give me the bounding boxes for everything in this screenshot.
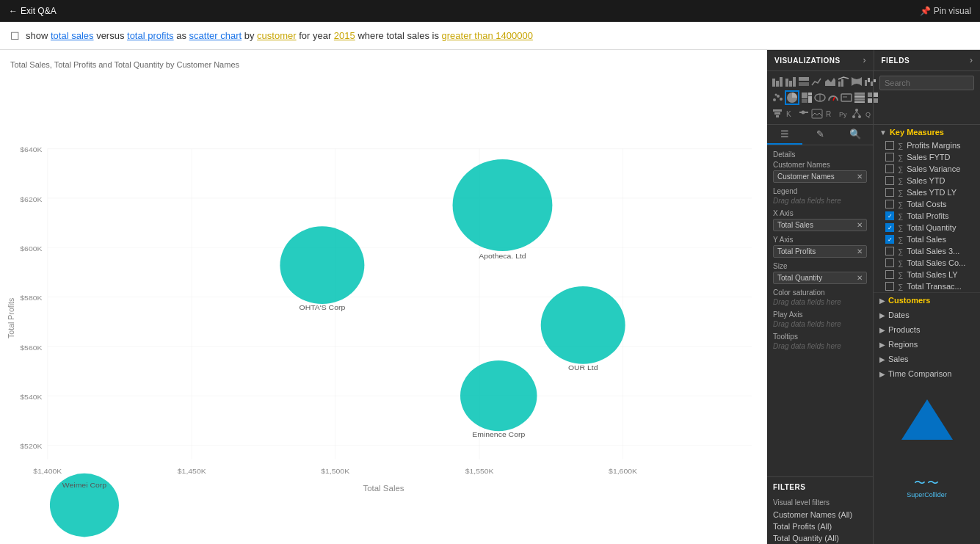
field-item-total-transac[interactable]: ∑ Total Transac...: [874, 280, 980, 292]
field-item-total-costs[interactable]: ∑ Total Costs: [874, 198, 980, 210]
viz-icon-python[interactable]: Py: [838, 106, 849, 121]
exit-qa-button[interactable]: ← Exit Q&A: [9, 6, 57, 16]
checkbox-total-transac[interactable]: [885, 282, 894, 291]
field-item-total-sales-ly[interactable]: ∑ Total Sales LY: [874, 269, 980, 280]
expand-icon: ▶: [879, 297, 885, 305]
fields-panel-header: FIELDS ›: [874, 50, 981, 70]
size-value[interactable]: Total Quantity ✕: [773, 272, 867, 284]
viz-icon-line[interactable]: [811, 74, 823, 89]
customer-names-value[interactable]: Customer Names ✕: [773, 170, 867, 183]
viz-icon-table[interactable]: [854, 90, 865, 105]
brand-text: SuperCollider: [878, 491, 976, 498]
viz-icon-area[interactable]: [824, 74, 836, 89]
viz-tab-analytics[interactable]: 🔍: [838, 125, 873, 145]
svg-rect-52: [808, 96, 812, 103]
svg-rect-32: [780, 77, 783, 87]
checkbox-total-sales-ly[interactable]: [885, 270, 894, 279]
field-label: Sales YTD LY: [907, 188, 957, 197]
viz-icon-ribbon[interactable]: [851, 74, 863, 89]
checkbox-total-costs[interactable]: [885, 200, 894, 208]
bubble-eminence[interactable]: [460, 360, 537, 431]
filter-total-quantity[interactable]: Total Quantity (All): [767, 532, 873, 544]
field-item-sales-fytd[interactable]: ∑ Sales FYTD: [874, 151, 980, 163]
viz-icon-image[interactable]: [811, 106, 823, 121]
viz-icon-bar[interactable]: [785, 74, 796, 89]
remove-customer-icon[interactable]: ✕: [857, 173, 863, 181]
viz-icon-gauge[interactable]: [827, 90, 839, 105]
viz-icon-card[interactable]: [841, 90, 852, 105]
checkbox-total-quantity-checked[interactable]: ✓: [885, 223, 894, 232]
viz-icon-kpi[interactable]: K: [785, 106, 796, 121]
field-label: Sales YTD: [907, 176, 945, 185]
slot-customer-names: Customer Names Customer Names ✕: [767, 159, 873, 186]
viz-icon-stacked-bar[interactable]: [772, 74, 783, 89]
sigma-icon: ∑: [898, 224, 903, 232]
field-item-sales-variance[interactable]: ∑ Sales Variance: [874, 163, 980, 175]
fields-expand-icon[interactable]: ›: [970, 55, 973, 65]
field-group-dates[interactable]: ▶ Dates: [874, 308, 980, 322]
checkbox-total-sales-co[interactable]: [885, 258, 894, 267]
bubble-apotheca[interactable]: [453, 159, 553, 251]
checkbox-profits-margins[interactable]: [885, 141, 894, 150]
viz-icon-r-visual[interactable]: R: [824, 106, 836, 121]
field-group-customers[interactable]: ▶ Customers: [874, 292, 980, 308]
field-group-products[interactable]: ▶ Products: [874, 322, 980, 337]
visualizations-expand-icon[interactable]: ›: [863, 55, 866, 65]
viz-tab-format[interactable]: ✎: [802, 125, 838, 145]
field-item-total-sales-3[interactable]: ∑ Total Sales 3...: [874, 245, 980, 257]
viz-icon-100-bar[interactable]: [798, 74, 810, 89]
svg-line-77: [854, 112, 857, 115]
field-group-time-comparison[interactable]: ▶ Time Comparison: [874, 366, 980, 381]
field-item-profits-margins[interactable]: ∑ Profits Margins: [874, 139, 980, 151]
svg-text:$1,550K: $1,550K: [465, 467, 494, 475]
field-group-key-measures[interactable]: ▼ Key Measures: [874, 125, 980, 139]
fields-search-input[interactable]: [879, 76, 974, 90]
checkbox-total-sales-3[interactable]: [885, 247, 894, 255]
group-label: Dates: [888, 311, 910, 319]
bubble-our[interactable]: [541, 286, 625, 364]
field-group-regions[interactable]: ▶ Regions: [874, 337, 980, 352]
visualizations-title: VISUALIZATIONS: [774, 57, 841, 65]
viz-tab-fields[interactable]: ☰: [767, 125, 802, 145]
viz-icon-pie[interactable]: [785, 90, 799, 105]
svg-rect-51: [808, 93, 812, 95]
bubble-ohta[interactable]: [280, 226, 364, 304]
viz-icon-combo[interactable]: [838, 74, 849, 89]
remove-xaxis-icon[interactable]: ✕: [857, 221, 863, 229]
yaxis-value[interactable]: Total Profits ✕: [773, 245, 867, 258]
sigma-icon: ∑: [898, 271, 903, 279]
svg-point-80: [858, 115, 861, 118]
svg-rect-68: [774, 112, 780, 115]
checkbox-sales-fytd[interactable]: [885, 153, 894, 162]
svg-text:Apotheca. Ltd: Apotheca. Ltd: [479, 252, 526, 260]
filter-total-profits[interactable]: Total Profits (All): [767, 521, 873, 532]
checkbox-sales-ytd-ly[interactable]: [885, 188, 894, 197]
checkbox-sales-ytd[interactable]: [885, 176, 894, 185]
slot-size: Size Total Quantity ✕: [767, 261, 873, 287]
svg-rect-62: [854, 101, 865, 103]
remove-size-icon[interactable]: ✕: [857, 274, 863, 282]
svg-text:$580K: $580K: [20, 294, 43, 302]
field-item-total-sales[interactable]: ✓ ∑ Total Sales: [874, 233, 980, 245]
filter-customer-names[interactable]: Customer Names (All): [767, 509, 873, 521]
field-item-sales-ytd-ly[interactable]: ∑ Sales YTD LY: [874, 186, 980, 198]
viz-icon-slicer[interactable]: [798, 106, 810, 121]
checkbox-total-profits-checked[interactable]: ✓: [885, 211, 894, 220]
xaxis-value[interactable]: Total Sales ✕: [773, 219, 867, 231]
viz-icon-treemap[interactable]: [801, 90, 813, 105]
viz-icon-decomp[interactable]: [851, 106, 863, 121]
viz-icon-map[interactable]: [814, 90, 826, 105]
checkbox-sales-variance[interactable]: [885, 164, 894, 173]
field-item-total-quantity[interactable]: ✓ ∑ Total Quantity: [874, 222, 980, 233]
svg-rect-61: [854, 98, 865, 101]
viz-icon-scatter[interactable]: [772, 90, 783, 105]
field-item-sales-ytd[interactable]: ∑ Sales YTD: [874, 175, 980, 186]
field-item-total-sales-co[interactable]: ∑ Total Sales Co...: [874, 257, 980, 269]
remove-yaxis-icon[interactable]: ✕: [857, 247, 863, 255]
field-item-total-profits[interactable]: ✓ ∑ Total Profits: [874, 210, 980, 222]
viz-icon-funnel[interactable]: [772, 106, 783, 121]
checkbox-total-sales-checked[interactable]: ✓: [885, 235, 894, 244]
field-group-sales[interactable]: ▶ Sales: [874, 352, 980, 366]
pin-visual-button[interactable]: 📌 Pin visual: [920, 6, 971, 16]
slot-details-label: Details: [773, 150, 867, 159]
